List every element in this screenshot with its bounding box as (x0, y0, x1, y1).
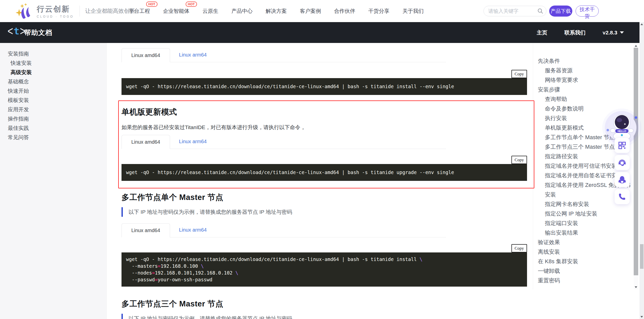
section-title-update: 单机版更新模式 (122, 107, 527, 117)
site-header: 行云创新 CLOUD · TOGO 让企业都能高效创新 HOT 平台工程 HOT… (0, 0, 644, 22)
mascot-hello-label: HELLO (618, 130, 626, 133)
nav-item[interactable]: 合作伙伴 (334, 8, 355, 15)
scroll-up-icon[interactable] (635, 45, 637, 47)
window-scrollbar[interactable] (639, 22, 644, 319)
doc-logo-icon[interactable]: <t> (8, 26, 25, 37)
code-block-single-master: wget -qO - https://release.titanide.cn/d… (122, 252, 527, 287)
brand[interactable]: 行云创新 CLOUD · TOGO 让企业都能高效创新 (16, 2, 135, 20)
nav-item[interactable]: 产品中心 (231, 8, 253, 15)
copy-button[interactable]: Copy (511, 70, 527, 78)
copy-button[interactable]: Copy (511, 156, 527, 164)
nav-item-label: 客户案例 (300, 8, 321, 14)
toc-scrollbar[interactable] (634, 44, 638, 289)
nav-item[interactable]: 干货分享 (368, 8, 389, 15)
section-title-three-master: 多工作节点三个 Master 节点 (122, 299, 527, 309)
tab-linux-amd64[interactable]: Linux amd64 (122, 223, 170, 237)
tab-linux-arm64[interactable]: Linux arm64 (179, 227, 207, 237)
brand-text: 行云创新 CLOUD · TOGO (37, 4, 74, 18)
bracket-left: < (8, 24, 13, 38)
nav-item[interactable]: HOT 平台工程 (129, 8, 150, 15)
brand-subtitle: CLOUD · TOGO (37, 15, 74, 18)
tabstrip-single-master: Linux amd64 Linux arm64 (122, 223, 446, 237)
scroll-down-icon[interactable] (640, 316, 643, 318)
section-desc-update: 如果您的服务器已经安装过TitanIDE，对已有版本进行升级，请执行以下命令， (122, 124, 527, 131)
toc-item[interactable]: 一键卸载 (538, 266, 634, 276)
search-icon[interactable] (537, 8, 543, 14)
toc-item[interactable]: 输出安装结果 (538, 228, 634, 238)
qq-penguin-icon (618, 176, 626, 184)
toc-item[interactable]: 网络带宽要求 (538, 75, 634, 85)
sidebar-item[interactable]: 最佳实践 (0, 123, 106, 133)
phone-icon (618, 193, 626, 200)
qrcode-icon (618, 142, 626, 149)
sidebar-item[interactable]: 安装指南 (0, 49, 106, 58)
chevron-down-icon (620, 31, 624, 34)
home-link[interactable]: 主页 (537, 29, 547, 36)
product-download-button[interactable]: 产品下载 (549, 6, 572, 17)
scroll-down-icon[interactable] (635, 286, 637, 288)
toc-item[interactable]: 离线安装 (538, 247, 634, 257)
toc-item[interactable]: 先决条件 (538, 56, 634, 66)
toc-item[interactable]: 重置密码 (538, 276, 634, 285)
sidebar-item[interactable]: 应用开发 (0, 105, 106, 114)
search-input[interactable] (484, 6, 546, 16)
hot-badge: HOT (186, 2, 197, 7)
sidebar-item[interactable]: 高级安装 (0, 68, 106, 77)
sidebar-nav: 安装指南快速安装高级安装基础概念快速开始模板安装应用开发操作指南最佳实践常见问答 (0, 43, 107, 319)
version-label: v2.8.3 (603, 30, 617, 36)
tech-goods-button[interactable]: 技术干货 (576, 6, 599, 17)
contact-link[interactable]: 联系我们 (565, 29, 586, 36)
version-dropdown[interactable]: v2.8.3 (603, 30, 624, 36)
nav-item-label: 企业智能体 (163, 8, 189, 14)
customer-service-button[interactable] (615, 155, 630, 170)
brand-tagline: 让企业都能高效创新 (85, 7, 135, 15)
window-scrollbar-thumb[interactable] (640, 244, 643, 269)
sidebar-item[interactable]: 基础概念 (0, 77, 106, 86)
nav-item[interactable]: 解决方案 (266, 8, 287, 15)
tabstrip-install: Linux amd64 Linux arm64 (122, 48, 446, 62)
nav-item[interactable]: 云原生 (203, 8, 218, 15)
nav-item[interactable]: 客户案例 (300, 8, 321, 15)
toc-item[interactable]: 安装步骤 (538, 85, 634, 94)
toc-item[interactable]: 在 K8s 集群安装 (538, 257, 634, 266)
qrcode-button[interactable] (615, 138, 630, 153)
search-box (484, 6, 546, 16)
toc-item[interactable]: 查询帮助 (538, 94, 634, 104)
note-blockquote: 以下 IP 地址与密码仅为示例，请替换成您的服务器节点 IP 地址与密码 (122, 207, 527, 217)
nav-item-label: 产品中心 (231, 8, 253, 14)
headset-icon (618, 158, 626, 167)
toc-item[interactable]: 指定公网 IP 地址安装 (538, 209, 634, 219)
toc-item[interactable]: 指定端口安装 (538, 219, 634, 228)
tab-linux-amd64[interactable]: Linux amd64 (122, 48, 170, 62)
brand-name: 行云创新 (37, 4, 74, 14)
nav-item-label: 云原生 (203, 8, 218, 14)
brand-divider (79, 6, 80, 17)
logo-t: t (14, 26, 19, 37)
sidebar-item[interactable]: 快速开始 (0, 86, 106, 95)
scroll-up-icon[interactable] (640, 23, 643, 25)
brand-logo-icon (16, 2, 34, 20)
nav-item[interactable]: HOT 企业智能体 (163, 8, 189, 15)
tabstrip-upgrade: Linux amd64 Linux arm64 (122, 135, 446, 149)
tab-linux-amd64[interactable]: Linux amd64 (122, 135, 170, 149)
doc-title: 帮助文档 (24, 28, 52, 37)
nav-item-label: 平台工程 (129, 8, 150, 14)
toc-item[interactable]: 服务器资源 (538, 66, 634, 75)
hot-badge: HOT (146, 2, 157, 7)
toc-item[interactable]: 验证效果 (538, 238, 634, 247)
sidebar-item[interactable]: 常见问答 (0, 133, 106, 142)
tab-linux-arm64[interactable]: Linux arm64 (179, 139, 207, 149)
nav-item-label: 关于我们 (403, 8, 424, 14)
sidebar-item[interactable]: 模板安装 (0, 95, 106, 105)
doc-header-bar: <t> 帮助文档 主页 联系我们 v2.8.3 (0, 22, 644, 43)
code-section-single-master: Copy wget -qO - https://release.titanide… (122, 244, 527, 287)
tab-linux-arm64[interactable]: Linux arm64 (179, 52, 207, 62)
copy-button[interactable]: Copy (511, 244, 527, 252)
toc-scrollbar-thumb[interactable] (634, 48, 638, 275)
nav-item[interactable]: 关于我们 (403, 8, 424, 15)
qq-button[interactable] (615, 172, 630, 187)
sidebar-item[interactable]: 操作指南 (0, 114, 106, 123)
phone-button[interactable] (615, 189, 630, 204)
sidebar-item[interactable]: 快速安装 (0, 58, 106, 68)
nav-item-label: 合作伙伴 (334, 8, 355, 14)
